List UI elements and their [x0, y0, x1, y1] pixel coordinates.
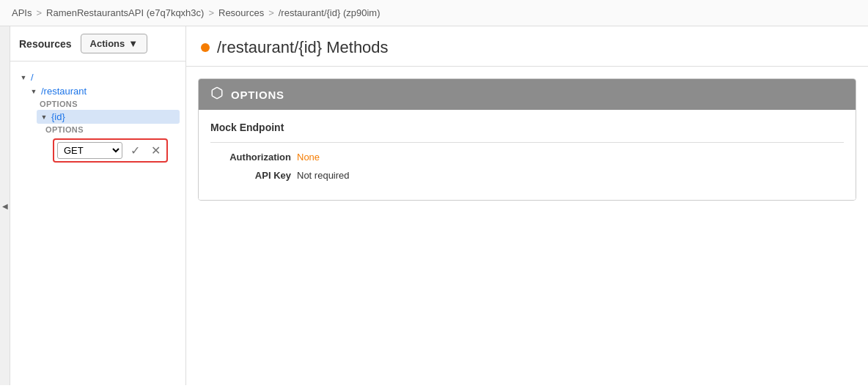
confirm-method-button[interactable]: ✓ [127, 143, 143, 159]
resources-label: Resources [19, 38, 72, 50]
breadcrumb-sep-1: > [36, 7, 42, 18]
mock-endpoint-label: Mock Endpoint [210, 122, 844, 133]
page-title: /restaurant/{id} Methods [217, 38, 389, 57]
right-panel: /restaurant/{id} Methods OPTIONS Mock En… [186, 26, 868, 385]
tree-link-restaurant[interactable]: /restaurant [41, 86, 87, 97]
apikey-value: Not required [297, 170, 350, 181]
method-selector-row: GET POST PUT DELETE PATCH HEAD OPTIONS ✓… [53, 138, 168, 163]
authorization-key: Authorization [225, 152, 291, 163]
breadcrumb-sep-2: > [208, 7, 214, 18]
tree-label-id-options: OPTIONS [45, 125, 84, 134]
tree-arrow-restaurant: ▼ [29, 87, 38, 96]
breadcrumb-resources[interactable]: Resources [218, 7, 264, 18]
arrow-left-icon: ◀ [2, 202, 8, 210]
methods-card-header: OPTIONS [199, 79, 856, 110]
method-select[interactable]: GET POST PUT DELETE PATCH HEAD OPTIONS [57, 142, 122, 159]
divider [210, 142, 844, 143]
methods-card-title: OPTIONS [231, 89, 284, 101]
tree-arrow-root: ▼ [19, 73, 28, 82]
right-panel-header: /restaurant/{id} Methods [186, 26, 868, 67]
breadcrumb-api[interactable]: RamenRestaurantsAPI (e7q7kqxh3c) [46, 7, 204, 18]
tree-container: ▼ / ▼ /restaurant OPTIONS ▼ {id} OPTIONS [10, 62, 185, 385]
left-panel-header: Resources Actions ▼ [10, 26, 185, 62]
sidebar-toggle[interactable]: ◀ [0, 26, 10, 385]
actions-arrow-icon: ▼ [128, 38, 138, 49]
tree-item-id-options: OPTIONS [43, 124, 180, 135]
methods-card: OPTIONS Mock Endpoint Authorization None… [198, 78, 856, 201]
tree-link-root[interactable]: / [31, 72, 34, 83]
info-row-authorization: Authorization None [210, 152, 844, 163]
orange-dot [201, 43, 210, 52]
cancel-icon: ✕ [151, 144, 161, 157]
info-row-apikey: API Key Not required [210, 170, 844, 181]
tree-item-root[interactable]: ▼ / [16, 70, 180, 84]
tree-arrow-id: ▼ [40, 113, 48, 122]
breadcrumb: APIs > RamenRestaurantsAPI (e7q7kqxh3c) … [0, 0, 868, 26]
breadcrumb-resource[interactable]: /restaurant/{id} (zp90im) [279, 7, 380, 18]
methods-card-body: Mock Endpoint Authorization None API Key… [199, 110, 856, 200]
cube-icon [210, 86, 224, 103]
check-icon: ✓ [130, 144, 140, 157]
actions-button[interactable]: Actions ▼ [81, 34, 148, 53]
breadcrumb-sep-3: > [268, 7, 274, 18]
actions-label: Actions [90, 38, 125, 49]
tree-item-id[interactable]: ▼ {id} [37, 110, 180, 124]
cancel-method-button[interactable]: ✕ [147, 143, 163, 159]
main-layout: ◀ Resources Actions ▼ ▼ / ▼ /restaurant [0, 26, 868, 385]
tree-link-id[interactable]: {id} [51, 111, 65, 122]
authorization-value: None [297, 152, 320, 163]
left-panel: Resources Actions ▼ ▼ / ▼ /restaurant OP… [10, 26, 186, 385]
tree-label-restaurant-options: OPTIONS [40, 100, 78, 108]
tree-item-restaurant-options: OPTIONS [37, 98, 180, 110]
breadcrumb-apis[interactable]: APIs [12, 7, 32, 18]
tree-item-restaurant[interactable]: ▼ /restaurant [26, 84, 180, 98]
apikey-key: API Key [225, 170, 291, 181]
